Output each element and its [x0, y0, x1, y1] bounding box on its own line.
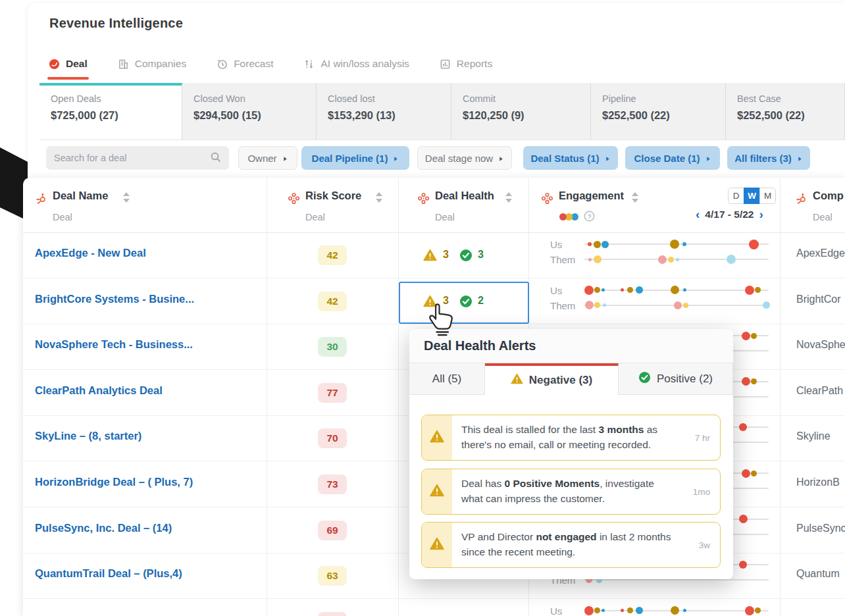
- card-value: $252,500 (22): [737, 109, 844, 122]
- filter-chip-deal-pipeline-1-[interactable]: Deal Pipeline (1): [301, 146, 409, 170]
- engagement-dot: [739, 423, 747, 431]
- summary-card-closed-won[interactable]: Closed Won $294,500 (15): [182, 83, 317, 140]
- deal-name-link[interactable]: SkyLine – (8, starter): [35, 430, 141, 442]
- popup-tab-label: Positive (2): [657, 372, 713, 386]
- company-name: HorizonB: [796, 476, 840, 488]
- summary-card-pipeline[interactable]: Pipeline $252,500 (22): [591, 83, 726, 140]
- risk-score-badge[interactable]: 70: [318, 428, 347, 448]
- deal-name-link[interactable]: ApexEdge - New Deal: [35, 247, 146, 259]
- popup-tab-negative-3-[interactable]: Negative (3): [485, 363, 619, 394]
- tab-companies[interactable]: Companies: [118, 58, 186, 70]
- tab-reports[interactable]: Reports: [440, 58, 492, 70]
- chip-label: All filters (3): [734, 153, 792, 164]
- granularity-d-button[interactable]: D: [728, 188, 744, 204]
- engagement-date-nav: ‹ 4/17 - 5/22 ›: [696, 208, 763, 220]
- risk-score-badge[interactable]: 63: [318, 566, 347, 586]
- summary-card-best-case[interactable]: Best Case $252,500 (22): [726, 83, 845, 140]
- tab-label: Companies: [135, 58, 186, 70]
- filter-chip-deal-status-1-[interactable]: Deal Status (1): [523, 146, 618, 170]
- deal-name-link[interactable]: ClearPath Analytics Deal: [35, 384, 163, 397]
- summary-card-closed-lost[interactable]: Closed lost $153,290 (13): [317, 83, 451, 140]
- warning-icon: [423, 249, 437, 264]
- card-label: Pipeline: [602, 93, 725, 104]
- engagement-dot: [602, 609, 605, 612]
- tab-deal[interactable]: Deal: [49, 58, 88, 70]
- risk-score-badge[interactable]: 30: [318, 337, 347, 357]
- filter-chip-owner[interactable]: Owner: [238, 146, 297, 170]
- engagement-dot: [727, 255, 736, 264]
- engagement-dot: [739, 561, 747, 569]
- page-title: Revenue Intelligence: [49, 16, 183, 31]
- deal-name-link[interactable]: NovaSphere Tech - Business...: [35, 338, 193, 351]
- engagement-dot: [676, 258, 679, 261]
- table-row: ApexEdge - New Deal4233UsThemApexEdge: [23, 232, 845, 278]
- granularity-m-button[interactable]: M: [759, 188, 776, 204]
- help-icon[interactable]: ?: [584, 211, 595, 224]
- engagement-dot: [594, 302, 600, 308]
- deal-name-link[interactable]: QuantumTrail Deal – (Plus,4): [35, 567, 182, 580]
- chevron-right-icon: [705, 153, 711, 164]
- card-label: Best Case: [737, 93, 844, 104]
- alert-text: Deal has 0 Positive Moments, investigate…: [452, 469, 720, 514]
- engagement-dot: [627, 607, 633, 613]
- warning-icon: [511, 373, 523, 388]
- risk-score-badge[interactable]: [318, 612, 347, 616]
- granularity-w-button[interactable]: W: [744, 188, 760, 204]
- sort-icon[interactable]: [505, 192, 513, 203]
- deal-health-alerts-popup: Deal Health Alerts All (5)Negative (3)Po…: [409, 329, 733, 579]
- engagement-dot: [594, 241, 601, 248]
- filter-chip-deal-stage-now[interactable]: Deal stage now: [417, 146, 512, 170]
- card-label: Closed Won: [193, 93, 316, 104]
- engagement-dot: [584, 606, 594, 615]
- popup-tab-all-5-[interactable]: All (5): [409, 363, 485, 394]
- risk-score-badge[interactable]: 42: [318, 292, 347, 311]
- negative-count: 3: [443, 249, 449, 261]
- engagement-dot: [585, 301, 594, 309]
- prev-period-icon[interactable]: ‹: [696, 208, 700, 220]
- tab-ai-win-loss-analysis[interactable]: AI win/loss analysis: [303, 58, 409, 70]
- card-label: Closed lost: [328, 93, 451, 104]
- deal-name-link[interactable]: HorizonBridge Deal – ( Plus, 7): [35, 476, 193, 488]
- tab-label: Deal: [66, 58, 88, 70]
- winloss-icon: [303, 59, 315, 70]
- column-header-engagement: Engagement: [559, 190, 624, 202]
- selected-deal-health-cell[interactable]: [399, 282, 529, 324]
- alert-stripe: [422, 523, 452, 567]
- popup-tab-positive-2-[interactable]: Positive (2): [619, 363, 733, 394]
- engagement-dot: [594, 255, 602, 263]
- chevron-right-icon: [282, 153, 288, 164]
- chip-label: Deal Status (1): [530, 153, 599, 164]
- alert-stripe: [422, 469, 452, 514]
- warning-icon: [430, 484, 444, 500]
- engagement-dot: [594, 287, 600, 293]
- summary-card-open-deals[interactable]: Open Deals $725,000 (27): [39, 83, 182, 140]
- engagement-dot: [745, 286, 754, 295]
- search-input[interactable]: Search for a deal: [46, 146, 229, 170]
- tab-forecast[interactable]: Forecast: [217, 58, 273, 70]
- sort-icon[interactable]: [123, 192, 131, 203]
- risk-score-badge[interactable]: 42: [318, 245, 347, 265]
- engagement-dot: [658, 255, 667, 264]
- table-row: UsThem: [23, 599, 845, 616]
- alert-text: VP and Director not engaged in last 2 mo…: [452, 523, 720, 567]
- deal-name-link[interactable]: BrightCore Systems - Busine...: [35, 293, 194, 305]
- risk-score-badge[interactable]: 73: [318, 475, 347, 494]
- filter-chip-all-filters-3-[interactable]: All filters (3): [727, 146, 810, 170]
- next-period-icon[interactable]: ›: [759, 208, 763, 220]
- risk-score-badge[interactable]: 69: [318, 521, 347, 540]
- popup-header: Deal Health Alerts: [409, 329, 733, 363]
- engagement-dot: [627, 287, 633, 293]
- column-subtitle: Deal: [305, 212, 325, 222]
- tab-label: Forecast: [234, 58, 273, 70]
- chevron-right-icon: [605, 153, 611, 164]
- summary-cards-strip: Open Deals $725,000 (27)Closed Won $294,…: [39, 83, 845, 140]
- sort-icon[interactable]: [632, 192, 640, 203]
- engagement-dot: [742, 377, 750, 386]
- deal-name-link[interactable]: PulseSync, Inc. Deal – (14): [35, 522, 172, 534]
- engagement-dot: [742, 469, 750, 478]
- filter-chip-close-date-1-[interactable]: Close Date (1): [625, 146, 720, 170]
- sort-icon[interactable]: [376, 192, 384, 203]
- summary-card-commit[interactable]: Commit $120,250 (9): [451, 83, 591, 140]
- risk-score-badge[interactable]: 77: [318, 383, 347, 403]
- engagement-dot: [602, 288, 605, 292]
